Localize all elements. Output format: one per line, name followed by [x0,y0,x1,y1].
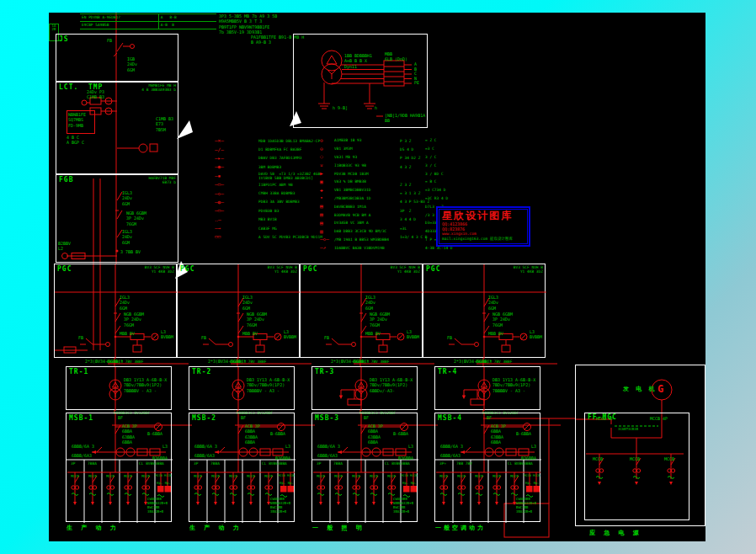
mccb-label: MCCB [330,474,347,478]
top-note: 3P3 5-3B5 MB 7b A9 3 5B H9A5MBB5V B 3 T … [219,13,277,24]
pgc-panel: PGC BV3 5CF NVH B Y1 4KB 3DZ [54,264,177,358]
legend-symbol-icon: —◇— [215,191,258,196]
brand-box: 星欣设计图库 QQ:4123866 QQ:823876 www.xingxin.… [436,206,530,247]
mccb4p-label: MCCB 4P [596,416,614,421]
mccb-label: MCCB [435,474,452,478]
generator-g: G [658,383,663,395]
pgc-switch-label: FB [201,335,206,340]
pgc-spec: L3 BVBBM [530,329,542,340]
ground-label: h [375,105,377,110]
tr-spec: DB3 1Y13 A-6B-B-X 7BDv/7BBv9(1P2) 7BBBBV… [247,377,290,393]
msb-row: MSB-1 [66,413,540,522]
meter-spec: B-6BBA [516,431,531,436]
mccb-label: MCCB [260,474,277,478]
ground-icon [318,104,330,109]
ats-note: 3CABT3CB3B [618,427,638,431]
col-header: 7BBA [210,461,220,466]
mccb-label: MCCB MCCB [277,474,295,477]
pgc-spec: MBB BV [488,331,503,336]
tr-panel: TR-2 BBBBBC3 7BV 3BBF [189,366,295,410]
switch-label: FB [107,38,112,43]
ct-label: C1MB B3 E73 7B5M [156,116,173,132]
left-spec: 6BBB/6A 3 [72,444,94,449]
pgc-spec: MBB BV [242,331,258,336]
switch-icon [209,338,216,344]
legend-symbol-icon: ▭▭ [215,234,258,239]
right-spec: B36BBA [521,455,536,461]
brand-title: 星欣设计图库 [442,210,524,221]
legend-symbol-icon: —✕— [215,138,258,143]
lct-panel: LCT. TMP MBMB1FE MB H 4 B 3BB3A93B3 b NB… [56,82,178,174]
right-spec: B36BBA [152,455,168,461]
legend-desc: DAB DBB3 3C3CB 9D BM/3C [334,229,425,233]
col-header: CL BVB63BBA [385,461,410,466]
legend-desc: /MB3BM3BCDB3A 1D [334,196,425,200]
left-spec: 6BBB/6A 3 [317,444,340,449]
legend-symbol-icon: ‥— [215,217,258,222]
col-header: 3P [194,461,198,466]
ground-icon [364,104,375,109]
table-cell: A B-B [158,14,216,21]
legend-symbol-icon: ▥ [320,229,334,234]
legend-desc: VB1 3M3M [334,146,425,151]
tr-top-note: BBBBBC3 7BV 3BBF [353,360,389,365]
phase-label: PE [414,81,419,86]
left-spec: 6BBB/6A3 [72,453,92,458]
brand-mail: mail:xingxin@163.com 星欣设计图库 [442,237,524,242]
legend-row: ▶ PDV3B MCDB 1B3M 3 / BD C [320,169,488,178]
bf-label: BF [487,415,492,420]
acb-spec: ACB 3P 6BBA 63BBA 6BBA [491,423,506,445]
left-spec: 6BBB/6A3 [440,453,461,458]
legend-symbol-icon: —→ [215,226,258,231]
pgc-spec: NGB 6GBM 3P 24Dv 76GM [247,312,267,328]
table-cell: E9CBP 5A9B5B [80,22,158,29]
legend-desc: DAVBCBBB3 1M1A [334,205,425,209]
feeder-block-spec: CWAB3BB NBBWA32B+B BWC3BB 3BA32B+B [393,497,413,514]
mccb-label: MCCB [471,474,487,478]
bf-label: BF [241,415,246,420]
legend-row: ⊙ A1MB3B 1B 93 = Z C [320,136,488,145]
pgc-switch-label: FB [324,335,329,340]
pgc-wiring [55,264,178,359]
legend-code: =3 C [425,146,434,151]
feeder-block-spec: CWAB3BB NBBWA32B+B BWC3BB 3BA32B+B [270,497,290,514]
legend-code: =3 C734 D [425,188,445,192]
pgc-spec: IGL3 24Dv 6GM [242,295,253,311]
switch-icon [332,338,338,344]
msb-bottom-label: 一般空调动力 [435,524,486,532]
col-header: 7BBA [88,461,97,466]
legend-desc: B3DMAVB 9CB BM A [334,213,425,217]
mccb-label: MCCB [506,474,523,478]
cad-drawing-canvas[interactable]: 1A 2B EN PDVNB A-9EDB1?A B-B E9CBP 5A9B5… [49,13,705,541]
tr-panel: TR-3 BBBBBC3 7BV 3BBF [311,366,418,410]
legend-desc: /MB 19A1 B BB53 WM3BDBB4 [334,237,425,242]
pgc-row: PGC BV3 5CF NVH B Y1 4KB 3DZ [54,264,546,358]
acb-spec: ACB 3P 6BBA 63BBA 6BBA [122,423,137,445]
fgb-wiring [56,175,179,264]
mccb-label: MCCB MCCB [154,474,173,477]
legend-row: ☏ I1BQB33C 93 9B 3 / C [320,161,488,169]
breaker-icon [238,313,243,322]
hp-label: Hp. Hp. [401,481,418,485]
tr-top-note: BBBBBC3 7BV 3BBF [230,360,266,365]
pgc-panel: PGC BV3 5CF NVH B Y1 4KB 3DZ [300,264,423,358]
meter-spec: B-6BBA [270,431,285,436]
col-header: 3P+ [439,461,446,466]
pgc-wiring [423,264,546,359]
legend-row: • /MB3BM3BCDB3A 1D =3C R3 4 D [320,194,488,203]
legend-symbol-icon: • [320,195,334,200]
pgc-switch-label: FB [447,335,452,340]
acb-spec: ACB 3P 6BBA 63BBA 6BBA [368,423,383,445]
legend-symbol-icon: ◌ [320,154,334,159]
breaker-icon [361,313,366,322]
left-spec: 6BBB/6A 3 [194,444,217,449]
lct-meter-box: NBNB1FE SQ7MBS FD-9MB [67,110,95,134]
mccb-label: MCCB [593,456,603,461]
legend-code: =3C R3 4 D [425,196,448,200]
legend-symbol-icon: —◉— [215,164,258,169]
switch-icon [455,338,461,344]
col-header: 3P [317,461,321,466]
legend-desc: A1MB3B 1B 93 [334,138,425,142]
gen-bottom-label: 应 急 电 源 [589,529,642,537]
breaker-spec: IGL3 24Dv 6GM [122,190,132,206]
